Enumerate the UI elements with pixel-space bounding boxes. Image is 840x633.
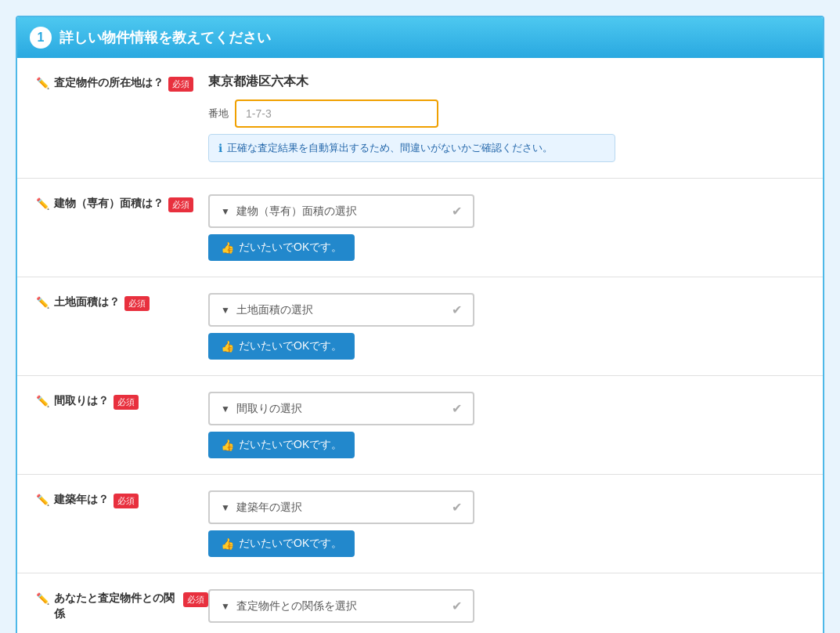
land-area-select-label: 土地面積の選択 xyxy=(236,303,313,317)
address-row: ✏️ 査定物件の所在地は？ 必須 東京都港区六本木 番地 ℹ 正確な査定結果を自… xyxy=(17,58,823,179)
build-year-label-col: ✏️ 建築年は？ 必須 xyxy=(36,490,208,508)
building-area-row: ✏️ 建物（専有）面積は？ 必須 ▼ 建物（専有）面積の選択 ✔ 👍 だいた xyxy=(17,179,823,277)
pencil-icon-address: ✏️ xyxy=(36,77,49,89)
relationship-select[interactable]: ▼ 査定物件との関係を選択 ✔ xyxy=(208,589,474,623)
check-icon-rel: ✔ xyxy=(452,599,462,613)
floor-plan-ok-button[interactable]: 👍 だいたいでOKです。 xyxy=(208,432,355,458)
form-header-title: 詳しい物件情報を教えてください xyxy=(59,28,271,47)
check-icon-building: ✔ xyxy=(452,204,462,219)
building-area-select[interactable]: ▼ 建物（専有）面積の選択 ✔ xyxy=(208,194,474,228)
floor-plan-ok-label: だいたいでOKです。 xyxy=(239,438,342,452)
floor-plan-input-col: ▼ 間取りの選択 ✔ 👍 だいたいでOKです。 xyxy=(208,392,804,458)
floor-plan-select[interactable]: ▼ 間取りの選択 ✔ xyxy=(208,392,474,425)
land-area-required-badge: 必須 xyxy=(124,296,150,311)
build-year-select-label: 建築年の選択 xyxy=(236,501,302,515)
thumb-icon-year: 👍 xyxy=(221,537,234,550)
address-input-row: 番地 xyxy=(208,99,804,128)
land-area-label-col: ✏️ 土地面積は？ 必須 xyxy=(36,293,208,311)
land-area-ok-button[interactable]: 👍 だいたいでOKです。 xyxy=(208,333,355,360)
thumb-icon-floor: 👍 xyxy=(221,439,234,451)
check-icon-floor: ✔ xyxy=(452,401,462,416)
land-area-input-col: ▼ 土地面積の選択 ✔ 👍 だいたいでOKです。 xyxy=(208,293,804,360)
form-body: ✏️ 査定物件の所在地は？ 必須 東京都港区六本木 番地 ℹ 正確な査定結果を自… xyxy=(17,58,823,633)
building-area-label-col: ✏️ 建物（専有）面積は？ 必須 xyxy=(36,194,208,212)
building-area-select-left: ▼ 建物（専有）面積の選択 xyxy=(221,204,357,219)
dropdown-arrow-icon: ▼ xyxy=(221,206,230,217)
dropdown-arrow-icon-floor: ▼ xyxy=(221,403,230,414)
info-icon: ℹ xyxy=(218,142,222,154)
relationship-label: あなたと査定物件との関係 xyxy=(54,591,178,621)
check-icon-land: ✔ xyxy=(452,302,462,317)
dropdown-arrow-icon-year: ▼ xyxy=(221,502,230,513)
relationship-select-label: 査定物件との関係を選択 xyxy=(236,599,357,613)
relationship-input-col: ▼ 査定物件との関係を選択 ✔ xyxy=(208,589,804,623)
build-year-ok-label: だいたいでOKです。 xyxy=(239,537,342,551)
address-input-col: 東京都港区六本木 番地 ℹ 正確な査定結果を自動算出するため、間違いがないかご確… xyxy=(208,74,804,162)
form-header: 1 詳しい物件情報を教えてください xyxy=(17,17,823,58)
build-year-select-left: ▼ 建築年の選択 xyxy=(221,501,302,515)
land-area-ok-label: だいたいでOKです。 xyxy=(239,339,342,353)
pencil-icon-year: ✏️ xyxy=(36,494,49,506)
relationship-select-left: ▼ 査定物件との関係を選択 xyxy=(221,599,357,613)
land-area-select[interactable]: ▼ 土地面積の選択 ✔ xyxy=(208,293,474,327)
address-input[interactable] xyxy=(235,99,438,128)
building-area-ok-button[interactable]: 👍 だいたいでOKです。 xyxy=(208,234,355,261)
floor-plan-label: 間取りは？ xyxy=(54,393,109,409)
build-year-ok-button[interactable]: 👍 だいたいでOKです。 xyxy=(208,530,355,557)
address-label: 査定物件の所在地は？ xyxy=(54,75,164,91)
pencil-icon-building: ✏️ xyxy=(36,197,49,210)
relationship-required-badge: 必須 xyxy=(183,592,208,607)
pencil-icon-rel: ✏️ xyxy=(36,592,49,605)
address-label-col: ✏️ 査定物件の所在地は？ 必須 xyxy=(36,74,208,92)
step-number: 1 xyxy=(38,31,45,45)
floor-plan-row: ✏️ 間取りは？ 必須 ▼ 間取りの選択 ✔ 👍 だいたいでOKです。 xyxy=(17,376,823,475)
build-year-required-badge: 必須 xyxy=(114,494,139,508)
relationship-label-col: ✏️ あなたと査定物件との関係 必須 xyxy=(36,589,208,621)
address-notice: ℹ 正確な査定結果を自動算出するため、間違いがないかご確認ください。 xyxy=(208,134,615,162)
floor-plan-select-left: ▼ 間取りの選択 xyxy=(221,402,302,416)
pencil-icon-land: ✏️ xyxy=(36,296,49,309)
dropdown-arrow-icon-land: ▼ xyxy=(221,305,230,316)
page-wrapper: 1 詳しい物件情報を教えてください ✏️ 査定物件の所在地は？ 必須 東京都港区… xyxy=(16,16,824,633)
step-circle: 1 xyxy=(30,27,52,49)
relationship-row: ✏️ あなたと査定物件との関係 必須 ▼ 査定物件との関係を選択 ✔ xyxy=(17,573,823,633)
build-year-row: ✏️ 建築年は？ 必須 ▼ 建築年の選択 ✔ 👍 だいたいでOKです。 xyxy=(17,475,823,573)
land-area-label: 土地面積は？ xyxy=(54,295,120,310)
floor-plan-required-badge: 必須 xyxy=(114,395,139,410)
floor-plan-label-col: ✏️ 間取りは？ 必須 xyxy=(36,392,208,410)
build-year-input-col: ▼ 建築年の選択 ✔ 👍 だいたいでOKです。 xyxy=(208,490,804,557)
address-display: 東京都港区六本木 xyxy=(208,74,804,90)
address-required-badge: 必須 xyxy=(168,77,193,92)
land-area-select-left: ▼ 土地面積の選択 xyxy=(221,303,313,317)
floor-plan-select-label: 間取りの選択 xyxy=(236,402,302,416)
thumb-icon-building: 👍 xyxy=(221,241,234,254)
notice-text: 正確な査定結果を自動算出するため、間違いがないかご確認ください。 xyxy=(227,141,553,155)
thumb-icon-land: 👍 xyxy=(221,340,234,353)
build-year-label: 建築年は？ xyxy=(54,492,109,508)
building-area-ok-label: だいたいでOKです。 xyxy=(239,241,342,255)
build-year-select[interactable]: ▼ 建築年の選択 ✔ xyxy=(208,490,474,524)
land-area-row: ✏️ 土地面積は？ 必須 ▼ 土地面積の選択 ✔ 👍 だいたいでOKです。 xyxy=(17,277,823,376)
check-icon-year: ✔ xyxy=(452,500,462,515)
pencil-icon-floor: ✏️ xyxy=(36,395,49,407)
building-area-label: 建物（専有）面積は？ xyxy=(54,196,164,212)
building-area-required-badge: 必須 xyxy=(168,197,193,212)
address-sub-label: 番地 xyxy=(208,107,229,121)
dropdown-arrow-icon-rel: ▼ xyxy=(221,601,230,612)
form-container: 1 詳しい物件情報を教えてください ✏️ 査定物件の所在地は？ 必須 東京都港区… xyxy=(16,16,824,633)
building-area-select-label: 建物（専有）面積の選択 xyxy=(236,204,357,219)
building-area-input-col: ▼ 建物（専有）面積の選択 ✔ 👍 だいたいでOKです。 xyxy=(208,194,804,261)
